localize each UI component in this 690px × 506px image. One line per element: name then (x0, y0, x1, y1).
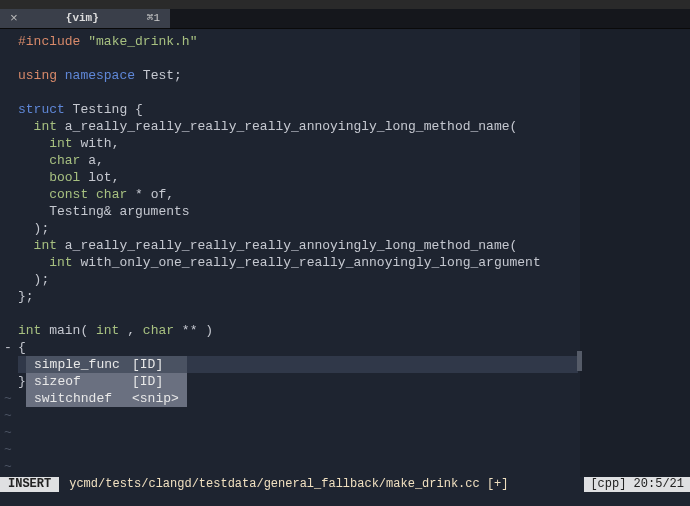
popup-item-name: simple_func (34, 356, 124, 373)
empty-line: ~ (0, 458, 690, 475)
code-keyword: struct (18, 102, 65, 117)
code-type: int (49, 255, 72, 270)
code-ident: lot, (80, 170, 119, 185)
tab-label: {vim} (66, 10, 99, 27)
code-type: const (49, 187, 88, 202)
code-type: int (49, 136, 72, 151)
code-ident: a_really_really_really_really_annoyingly… (57, 119, 517, 134)
code-keyword: namespace (57, 68, 135, 83)
status-bar: INSERT ycmd/tests/clangd/testdata/genera… (0, 477, 690, 492)
code-type: bool (49, 170, 80, 185)
popup-item-kind: [ID] (132, 373, 163, 390)
window-titlebar (0, 0, 690, 9)
popup-item-name: sizeof (34, 373, 124, 390)
code-ident: with_only_one_really_really_really_annoy… (73, 255, 541, 270)
code-ident: a, (80, 153, 103, 168)
code-type: char (143, 323, 174, 338)
code-preproc: #include (18, 34, 80, 49)
tab-vim[interactable]: × {vim} ⌘1 (0, 9, 170, 28)
popup-item[interactable]: simple_func [ID] (26, 356, 187, 373)
popup-item[interactable]: sizeof [ID] (26, 373, 187, 390)
code-punct: ); (18, 272, 49, 287)
popup-item-name: switchndef (34, 390, 124, 407)
close-icon[interactable]: × (10, 10, 18, 27)
code-punct: { (18, 340, 26, 355)
popup-item[interactable]: switchndef <snip> (26, 390, 187, 407)
code-ident: a_really_really_really_really_annoyingly… (57, 238, 517, 253)
command-line[interactable] (0, 492, 690, 506)
code-type: int (34, 119, 57, 134)
tab-shortcut: ⌘1 (147, 10, 160, 27)
empty-line: ~ (0, 407, 690, 424)
editor-pane[interactable]: #include "make_drink.h" using namespace … (0, 29, 690, 478)
code-type: char (96, 187, 127, 202)
fold-marker[interactable]: - (4, 339, 12, 356)
code-type: int (34, 238, 57, 253)
autocomplete-popup[interactable]: simple_func [ID] sizeof [ID] switchndef … (26, 356, 187, 407)
code-ident: Test; (135, 68, 182, 83)
code-type: char (49, 153, 80, 168)
code-ident: with, (73, 136, 120, 151)
code-type: int (96, 323, 119, 338)
popup-item-kind: <snip> (132, 390, 179, 407)
scrollbar-thumb[interactable] (577, 351, 582, 371)
code-punct: } (18, 374, 26, 389)
code-ident: Testing { (65, 102, 143, 117)
code-punct: ); (18, 221, 49, 236)
popup-item-kind: [ID] (132, 356, 163, 373)
code-ident: * of, (127, 187, 174, 202)
tab-bar: × {vim} ⌘1 (0, 9, 690, 29)
file-path: ycmd/tests/clangd/testdata/general_fallb… (59, 476, 584, 493)
code-punct: }; (18, 289, 34, 304)
position-indicator: [cpp] 20:5/21 (584, 477, 690, 492)
empty-line: ~ (0, 441, 690, 458)
code-string: "make_drink.h" (80, 34, 197, 49)
code-ident: Testing& arguments (18, 204, 190, 219)
code-type: int (18, 323, 41, 338)
mode-indicator: INSERT (0, 477, 59, 492)
empty-line: ~ (0, 424, 690, 441)
code-keyword: using (18, 68, 57, 83)
